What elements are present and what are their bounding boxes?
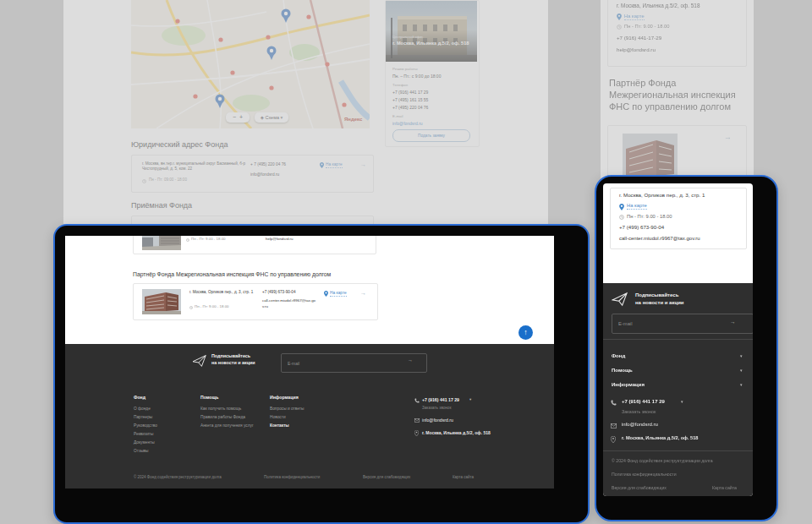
- arrow-right-icon[interactable]: →: [360, 290, 365, 297]
- footer-column-title-fond: Фонд: [134, 395, 145, 401]
- partner-map-link[interactable]: На карте: [627, 203, 647, 210]
- layers-icon: ◈: [261, 115, 264, 120]
- map-pin-icon: [414, 430, 419, 436]
- chevron-down-icon[interactable]: ▾: [681, 399, 683, 404]
- office-address: г. Москва, Ильинка д.5/2, оф. 518: [392, 41, 473, 46]
- mobile-office-map-link[interactable]: На карте: [624, 14, 645, 20]
- footer-email[interactable]: info@fondsrd.ru: [422, 418, 453, 423]
- footer-phone[interactable]: +7 (916) 441 17 29: [422, 397, 459, 403]
- arrow-right-icon[interactable]: →: [360, 161, 365, 169]
- tablet-reception-card: Пн - Пт: 9.00 - 18.00 help@fondsrd.ru: [133, 236, 376, 254]
- footer-link[interactable]: Документы: [134, 440, 155, 445]
- callback-link[interactable]: Заказать звонок: [622, 409, 656, 415]
- accessibility-link[interactable]: Версия для слабовидящих: [612, 485, 667, 491]
- footer-address: г. Москва, Ильинка д.5/2, оф. 518: [422, 430, 491, 435]
- chevron-down-icon: ▾: [740, 382, 743, 387]
- phone-device-frame: г. Москва, Орликов пер., д. 3, стр. 1 На…: [595, 175, 778, 521]
- email-label: E-mail: [392, 114, 403, 119]
- mobile-office-email[interactable]: help@fondsrd.ru: [617, 46, 656, 53]
- subscribe-email-input[interactable]: [281, 353, 427, 373]
- tablet-partner-title: Партнёр Фонда Межрегиональная инспекция …: [133, 271, 331, 278]
- map-pin-icon: [324, 291, 328, 297]
- map-pin-icon: [619, 204, 624, 210]
- office-phone-3[interactable]: +7 (495) 220 04 76: [392, 105, 428, 110]
- tablet-partner-card: г. Москва, Орликов пер., д. 3, стр. 1 Пн…: [133, 283, 378, 320]
- partner-hours: Пн - Пт: 9.00 - 18.00: [195, 304, 229, 309]
- accordion-item-info[interactable]: Информация: [612, 382, 645, 389]
- tablet-device-frame: Пн - Пт: 9.00 - 18.00 help@fondsrd.ru Па…: [53, 224, 590, 524]
- legal-phone[interactable]: + 7 (495) 220 04 76: [250, 162, 286, 167]
- partner-map-link[interactable]: На карте: [330, 291, 347, 297]
- yandex-map[interactable]: − + ◈ Схема ▾ Яндекс: [131, 0, 370, 128]
- subscribe-title-line1: Подписывайтесь: [635, 292, 678, 299]
- footer-phone[interactable]: +7 (916) 441 17 29: [622, 399, 665, 406]
- map-zoom-control[interactable]: − +: [226, 112, 250, 123]
- partner-phone[interactable]: +7 (499) 673-90-04: [262, 290, 295, 295]
- partner-title-line1: Партнёр Фонда: [609, 78, 676, 90]
- sitemap-link[interactable]: Карта сайта: [712, 485, 737, 491]
- mobile-office-phone[interactable]: +7 (916) 441-17-29: [617, 35, 661, 41]
- chevron-down-icon: ▾: [740, 353, 743, 358]
- scroll-to-top-button[interactable]: ↑: [518, 325, 533, 340]
- office-hours: Пн. – Пт.: с 9:00 до 18:00: [392, 74, 441, 79]
- map-zoom-out-button[interactable]: −: [233, 114, 236, 120]
- office-photo: [386, 1, 477, 62]
- footer-link[interactable]: Анкета для получения услуг: [200, 423, 254, 428]
- tablet-footer: Подписывайтесь на новости и акции → Фонд…: [65, 344, 554, 489]
- footer-link[interactable]: Партнеры: [134, 415, 152, 420]
- footer-link[interactable]: Руководство: [134, 423, 157, 428]
- sitemap-link[interactable]: Карта сайта: [453, 475, 474, 480]
- accordion-item-fond[interactable]: Фонд: [612, 353, 625, 360]
- footer-column-title-info: Информация: [270, 395, 299, 401]
- paper-plane-icon: [192, 354, 207, 368]
- legal-email[interactable]: info@fondsrd.ru: [250, 172, 279, 177]
- subscribe-submit-arrow[interactable]: →: [408, 358, 413, 364]
- mobile-office-card: г. Москва, Ильинка д.5/2, оф. 518 На кар…: [607, 0, 747, 67]
- partner-email[interactable]: call-center.miudol.r9967@tax.gov.ru: [619, 236, 700, 243]
- legal-address-card: г. Москва, вн.тер.г. муниципальный округ…: [131, 155, 374, 193]
- map-layers-control[interactable]: ◈ Схема ▾: [255, 112, 288, 123]
- partner-title-line2: Межрегиональная инспекция: [609, 90, 736, 101]
- map-brand-logo: Яндекс: [344, 117, 362, 123]
- office-phone-2[interactable]: +7 (495) 161 15 55: [392, 97, 428, 102]
- envelope-icon: [611, 423, 617, 428]
- callback-link[interactable]: Заказать звонок: [422, 406, 451, 411]
- office-email-link[interactable]: info@fondsrd.ru: [392, 121, 423, 126]
- clock-icon: [617, 25, 622, 30]
- clock-icon: [189, 306, 193, 309]
- accessibility-link[interactable]: Версия для слабовидящих: [363, 475, 410, 480]
- office-phone-1[interactable]: +7 (916) 441 17 29: [392, 90, 428, 95]
- footer-link-active[interactable]: Контакты: [270, 423, 289, 428]
- footer-column-title-help: Помощь: [200, 395, 218, 401]
- footer-link[interactable]: О фонде: [134, 407, 151, 412]
- tablet-screen: Пн - Пт: 9.00 - 18.00 help@fondsrd.ru Па…: [65, 236, 554, 489]
- central-office-card: Центральный офис г. Москва, Ильинка д.5/…: [385, 0, 480, 147]
- privacy-link[interactable]: Политика конфиденциальности: [612, 472, 677, 478]
- partner-phone[interactable]: +7 (499) 673-90-04: [619, 224, 664, 231]
- footer-email[interactable]: info@fondsrd.ru: [622, 422, 658, 428]
- partner-address: г. Москва, Орликов пер., д. 3, стр. 1: [189, 290, 257, 295]
- privacy-link[interactable]: Политика конфиденциальности: [264, 475, 320, 480]
- footer-link[interactable]: Вопросы и ответы: [270, 407, 304, 412]
- subscribe-submit-arrow[interactable]: →: [730, 319, 736, 325]
- accordion-item-help[interactable]: Помощь: [612, 368, 633, 374]
- footer-link[interactable]: Как получить помощь: [200, 407, 241, 412]
- partner-hours: Пн - Пт: 9.00 - 18.00: [627, 214, 672, 220]
- subscribe-title-line2: на новости и акции: [635, 300, 684, 307]
- footer-link[interactable]: Реквизиты: [134, 432, 154, 437]
- footer-link[interactable]: Новости: [270, 415, 286, 420]
- reception-email[interactable]: help@fondsrd.ru: [266, 237, 294, 242]
- subscribe-title-line1: Подписывайтесь: [211, 353, 250, 359]
- map-zoom-in-button[interactable]: +: [239, 114, 243, 120]
- footer-link[interactable]: Отзывы: [134, 449, 149, 454]
- apply-request-button[interactable]: Подать заявку: [392, 129, 470, 142]
- legal-map-link[interactable]: На карте: [326, 162, 343, 168]
- footer-address: г. Москва, Ильинка д.5/2, оф. 518: [622, 435, 698, 441]
- partner-email[interactable]: call-center.miudol.r9967@tax.gov.ru: [262, 298, 318, 309]
- paper-plane-icon: [612, 292, 628, 307]
- subscribe-title-line2: на новости и акции: [211, 360, 255, 366]
- chevron-down-icon: ▾: [740, 368, 743, 373]
- arrow-right-icon[interactable]: →: [724, 133, 731, 142]
- chevron-down-icon[interactable]: ▾: [469, 397, 471, 402]
- footer-link[interactable]: Правила работы Фонда: [200, 415, 245, 420]
